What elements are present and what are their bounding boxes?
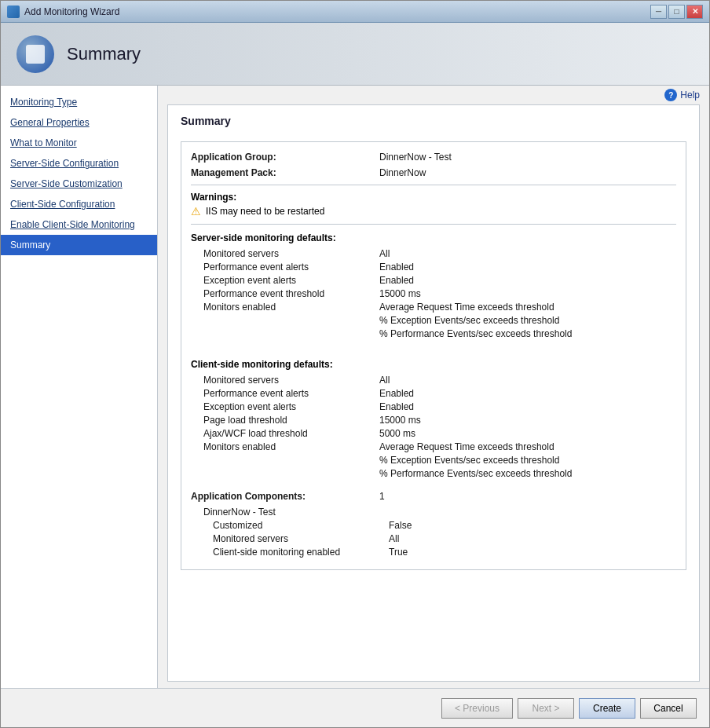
client-label-7	[203, 468, 379, 479]
sidebar: Monitoring Type General Properties What …	[1, 86, 158, 688]
client-row-7: % Performance Events/sec exceeds thresho…	[191, 468, 676, 479]
sidebar-item-general-properties[interactable]: General Properties	[1, 112, 157, 133]
main-window: Add Monitoring Wizard ─ □ ✕ Summary Moni…	[0, 0, 710, 728]
app-icon	[7, 5, 20, 18]
window-title: Add Monitoring Wizard	[24, 6, 119, 17]
server-section-header: Server-side monitoring defaults:	[191, 232, 676, 243]
header-title: Summary	[67, 44, 141, 64]
app-comp-value: 1	[379, 491, 385, 502]
server-value-2: Enabled	[379, 275, 414, 286]
server-value-1: Enabled	[379, 262, 414, 273]
close-button[interactable]: ✕	[686, 5, 703, 19]
mgmt-pack-row: Management Pack: DinnerNow	[191, 167, 676, 178]
server-row-1: Performance event alerts Enabled	[191, 262, 676, 273]
server-label-5	[203, 315, 379, 326]
client-label-5: Monitors enabled	[203, 441, 379, 452]
server-value-5: % Exception Events/sec exceeds threshold	[379, 315, 559, 326]
client-row-6: % Exception Events/sec exceeds threshold	[191, 455, 676, 466]
server-row-0: Monitored servers All	[191, 248, 676, 259]
client-value-0: All	[379, 375, 390, 386]
app-group-row: Application Group: DinnerNow - Test	[191, 152, 676, 163]
app-comp-client-label: Client-side monitoring enabled	[213, 547, 389, 558]
client-row-3: Page load threshold 15000 ms	[191, 415, 676, 426]
divider-1	[191, 185, 676, 185]
summary-box: Application Group: DinnerNow - Test Mana…	[181, 141, 686, 570]
app-group-value: DinnerNow - Test	[379, 152, 452, 163]
server-value-4: Average Request Time exceeds threshold	[379, 302, 554, 313]
app-comp-row-1: Customized False	[191, 520, 676, 531]
app-comp-customized-val: False	[389, 520, 412, 531]
server-row-5: % Exception Events/sec exceeds threshold	[191, 315, 676, 326]
client-label-6	[203, 455, 379, 466]
summary-panel: Summary Application Group: DinnerNow - T…	[167, 104, 700, 682]
client-row-5: Monitors enabled Average Request Time ex…	[191, 441, 676, 452]
app-comp-row-3: Client-side monitoring enabled True	[191, 547, 676, 558]
window-controls: ─ □ ✕	[650, 5, 703, 19]
client-label-4: Ajax/WCF load threshold	[203, 428, 379, 439]
cancel-button[interactable]: Cancel	[640, 698, 697, 719]
mgmt-pack-value: DinnerNow	[379, 167, 426, 178]
client-value-5: Average Request Time exceeds threshold	[379, 441, 554, 452]
sidebar-item-enable-client[interactable]: Enable Client-Side Monitoring	[1, 214, 157, 235]
header-icon	[16, 35, 54, 73]
create-button[interactable]: Create	[579, 698, 635, 719]
client-row-0: Monitored servers All	[191, 375, 676, 386]
minimize-button[interactable]: ─	[650, 5, 667, 19]
app-group-label: Application Group:	[191, 152, 379, 163]
header: Summary	[1, 23, 709, 86]
server-value-6: % Performance Events/sec exceeds thresho…	[379, 328, 572, 339]
help-link[interactable]: ? Help	[664, 89, 700, 101]
sidebar-item-monitoring-type[interactable]: Monitoring Type	[1, 92, 157, 112]
app-comp-header-row: Application Components: 1	[191, 491, 676, 502]
client-label-0: Monitored servers	[203, 375, 379, 386]
server-label-4: Monitors enabled	[203, 302, 379, 313]
footer: < Previous Next > Create Cancel	[1, 688, 709, 727]
server-row-3: Performance event threshold 15000 ms	[191, 288, 676, 299]
maximize-button[interactable]: □	[668, 5, 685, 19]
title-bar-left: Add Monitoring Wizard	[7, 5, 119, 18]
spacer-2	[191, 481, 676, 491]
sidebar-item-server-side-custom[interactable]: Server-Side Customization	[1, 174, 157, 194]
client-label-1: Performance event alerts	[203, 388, 379, 399]
app-comp-servers-label: Monitored servers	[213, 533, 389, 544]
client-row-4: Ajax/WCF load threshold 5000 ms	[191, 428, 676, 439]
client-value-1: Enabled	[379, 388, 414, 399]
help-bar: ? Help	[158, 86, 709, 104]
server-label-6	[203, 328, 379, 339]
server-label-2: Exception event alerts	[203, 275, 379, 286]
server-row-2: Exception event alerts Enabled	[191, 275, 676, 286]
sidebar-item-server-side-config[interactable]: Server-Side Configuration	[1, 153, 157, 174]
client-section-header: Client-side monitoring defaults:	[191, 359, 676, 370]
sidebar-item-client-side-config[interactable]: Client-Side Configuration	[1, 194, 157, 214]
client-row-1: Performance event alerts Enabled	[191, 388, 676, 399]
app-comp-servers-val: All	[389, 533, 399, 544]
client-value-7: % Performance Events/sec exceeds thresho…	[379, 468, 572, 479]
warning-icon: ⚠	[191, 205, 201, 218]
help-label: Help	[680, 90, 700, 101]
title-bar: Add Monitoring Wizard ─ □ ✕	[1, 1, 709, 23]
help-icon: ?	[664, 89, 677, 101]
client-value-2: Enabled	[379, 401, 414, 412]
content-area: ? Help Summary Application Group: Dinner…	[158, 86, 709, 688]
server-value-0: All	[379, 248, 390, 259]
client-label-2: Exception event alerts	[203, 401, 379, 412]
client-row-2: Exception event alerts Enabled	[191, 401, 676, 412]
mgmt-pack-label: Management Pack:	[191, 167, 379, 178]
app-comp-customized-label: Customized	[213, 520, 389, 531]
server-row-6: % Performance Events/sec exceeds thresho…	[191, 328, 676, 339]
app-comp-row-0: DinnerNow - Test	[191, 507, 676, 518]
previous-button[interactable]: < Previous	[441, 698, 513, 719]
app-comp-label: Application Components:	[191, 491, 379, 502]
app-comp-name: DinnerNow - Test	[203, 507, 379, 518]
server-value-3: 15000 ms	[379, 288, 421, 299]
warning-text: IIS may need to be restarted	[206, 206, 324, 217]
app-comp-row-2: Monitored servers All	[191, 533, 676, 544]
main-content: Monitoring Type General Properties What …	[1, 86, 709, 688]
summary-panel-title: Summary	[181, 115, 686, 132]
spacer-1	[191, 342, 676, 351]
server-row-4: Monitors enabled Average Request Time ex…	[191, 302, 676, 313]
next-button[interactable]: Next >	[518, 698, 574, 719]
server-label-0: Monitored servers	[203, 248, 379, 259]
sidebar-item-what-to-monitor[interactable]: What to Monitor	[1, 133, 157, 153]
client-value-6: % Exception Events/sec exceeds threshold	[379, 455, 559, 466]
